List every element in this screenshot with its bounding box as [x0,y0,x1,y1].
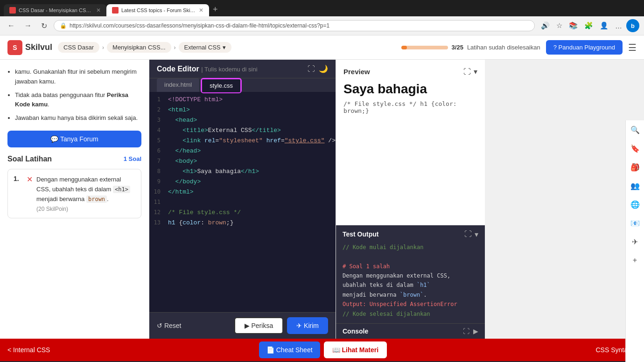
test-line-6: Output: Unspecified AssertionError [343,299,478,309]
right-sidebar: 🔍 🔖 🎒 👥 🌐 📧 ✈ + ▣ ⚙ [625,120,644,362]
preview-section: Preview ⛶ ▾ Saya bahagia /* File style.c… [336,60,485,225]
intro-bullet-1: kamu. Gunakanlah fitur ini sebelum mengi… [15,67,141,87]
progress-fraction: 3/25 [452,44,463,51]
progress-label: Latihan sudah diselesaikan [467,44,540,51]
breadcrumb-sep-1: › [102,44,104,51]
sidebar-globe-icon[interactable]: 🌐 [630,199,641,210]
forward-button[interactable]: → [21,21,35,31]
tab-1-close[interactable]: ✕ [96,7,101,14]
sidebar-person-icon[interactable]: 👥 [630,180,641,191]
breadcrumb-external-css[interactable]: External CSS ▾ [179,42,231,53]
preview-expand-button[interactable]: ⛶ [463,67,471,76]
code-line-3: 3 <head> [149,116,336,126]
bottom-bar: < Internal CSS 📄 Cheat Sheet 📖 Lihat Mat… [0,339,644,361]
back-button[interactable]: ← [5,21,18,31]
menu-button[interactable]: ☰ [628,42,637,53]
code-editor-panel: Code Editor | Tulis kodemu di sini ⛶ 🌙 i… [149,60,336,339]
extensions-button[interactable]: 🧩 [582,19,595,32]
test-output-expand-button[interactable]: ⛶ [464,230,472,239]
preview-code-note: /* File style.css */ h1 {color: brown;} [343,100,477,114]
test-line-4: ubahlah teks di dalam `h1` [343,280,478,290]
main-layout: kamu. Gunakanlah fitur ini sebelum mengi… [0,60,485,339]
new-tab-button[interactable]: + [209,3,222,16]
console-expand-button[interactable]: ⛶ [463,327,469,335]
progress-section: 3/25 Latihan sudah diselesaikan [401,44,540,51]
console-title: Console [343,327,368,335]
code-line-10: 10 </html> [149,188,336,198]
test-line-blank [343,252,478,261]
more-button[interactable]: … [613,19,624,32]
sidebar-bookmark-icon[interactable]: 🔖 [630,143,641,154]
editor-tab-index-html[interactable]: index.html [157,78,199,92]
refresh-button[interactable]: ↻ [38,21,50,31]
code-line-7: 7 <body> [149,157,336,167]
tab-2[interactable]: Latest CSS topics - Forum Skilvul ✕ [106,4,209,16]
editor-footer: ↺ Reset ▶ Periksa ✈ Kirim [149,312,336,339]
favorites-button[interactable]: ☆ [554,19,565,32]
soal-header: Soal Latihan 1 Soal [7,155,141,163]
console-actions: ⛶ ▶ [463,327,478,335]
tanya-forum-button[interactable]: 💬 Tanya Forum [7,131,141,147]
intro-bullet-3: Jawaban kamu hanya bisa dikirim sekali s… [15,113,141,123]
kirim-button[interactable]: ✈ Kirim [287,317,328,334]
app-header: S Skilvul CSS Dasar › Menyisipkan CSS...… [0,35,644,60]
collections-button[interactable]: 📚 [567,19,580,32]
code-line-6: 6 </head> [149,147,336,157]
periksa-button[interactable]: ▶ Periksa [234,317,284,334]
code-line-9: 9 </body> [149,178,336,188]
sidebar-bag-icon[interactable]: 🎒 [630,161,641,173]
address-bar[interactable]: 🔒 https://skilvul.com/courses/css-dasar/… [54,20,535,31]
test-line-7: // Kode selesai dijalankan [343,309,478,319]
test-line-3: Dengan menggunakan external CSS, [343,271,478,280]
sidebar-outlook-icon[interactable]: 📧 [630,217,641,229]
tab-1[interactable]: CSS Dasar - Menyisipkan CSS di... ✕ [4,4,106,16]
test-output-content: // Kode mulai dijalankan # Soal 1 salah … [343,243,478,319]
sidebar-add-icon[interactable]: + [630,255,641,266]
reset-button[interactable]: ↺ Reset [157,322,181,329]
internal-css-link[interactable]: < Internal CSS [7,346,50,354]
editor-tab-style-css[interactable]: style.css [201,78,241,92]
tab-2-title: Latest CSS topics - Forum Skilvul [121,7,196,13]
console-chevron-button[interactable]: ▶ [473,327,478,335]
soal-item-1: 1. ✕ Dengan menggunakan external CSS, ub… [7,169,141,218]
bing-button[interactable]: b [626,19,639,32]
read-aloud-button[interactable]: 🔊 [539,19,552,32]
soal-content: Dengan menggunakan external CSS, ubahlah… [36,175,135,212]
cheat-sheet-button[interactable]: 📄 Cheat Sheet [259,341,320,358]
test-line-5: menjadi berwarna `brown`. [343,290,478,299]
code-line-1: 1 <!DOCTYPE html> [149,96,336,106]
tab-1-favicon [9,7,16,14]
preview-chevron-button[interactable]: ▾ [474,67,477,76]
tab-2-close[interactable]: ✕ [199,7,203,14]
soal-item-header: 1. ✕ Dengan menggunakan external CSS, ub… [14,175,135,212]
editor-actions: ⛶ 🌙 [308,64,328,73]
address-text: https://skilvul.com/courses/css-dasar/le… [70,22,329,29]
fullscreen-button[interactable]: ⛶ [308,64,315,73]
progress-bar-wrap [401,46,448,49]
lihat-materi-button[interactable]: 📖 Lihat Materi [324,341,387,358]
code-line-4: 4 <title>External CSS</title> [149,126,336,137]
progress-bar-fill [401,46,407,49]
sidebar-email-icon[interactable]: ✈ [630,236,641,247]
browser-nav: ← → ↻ 🔒 https://skilvul.com/courses/css-… [0,16,644,35]
dark-mode-button[interactable]: 🌙 [319,64,328,73]
breadcrumb: CSS Dasar › Menyisipkan CSS... › Externa… [58,42,396,53]
soal-title: Soal Latihan [7,155,52,163]
sidebar-search-icon[interactable]: 🔍 [630,124,641,135]
breadcrumb-menyisipkan[interactable]: Menyisipkan CSS... [107,42,171,53]
soal-num: 1. [14,175,23,182]
breadcrumb-sep-2: › [174,44,176,51]
test-output-chevron-button[interactable]: ▾ [475,230,478,239]
breadcrumb-css-dasar[interactable]: CSS Dasar [58,42,99,53]
code-editor[interactable]: 1 <!DOCTYPE html> 2 <html> 3 <head> 4 <t… [149,92,336,312]
editor-header: Code Editor | Tulis kodemu di sini ⛶ 🌙 [149,60,336,78]
code-line-12: 12 /* File style.css */ [149,209,336,219]
panduan-button[interactable]: ? Panduan Playground [546,40,623,55]
intro-bullet-2: Tidak ada batas penggunaan fitur Periksa… [15,90,141,110]
brand-name: Skilvul [25,42,52,52]
profile-button[interactable]: 👤 [597,19,611,32]
tab-2-favicon [112,7,119,14]
error-icon: ✕ [27,175,33,184]
tab-bar: CSS Dasar - Menyisipkan CSS di... ✕ Late… [0,0,644,16]
editor-tabs: index.html style.css [149,78,336,92]
